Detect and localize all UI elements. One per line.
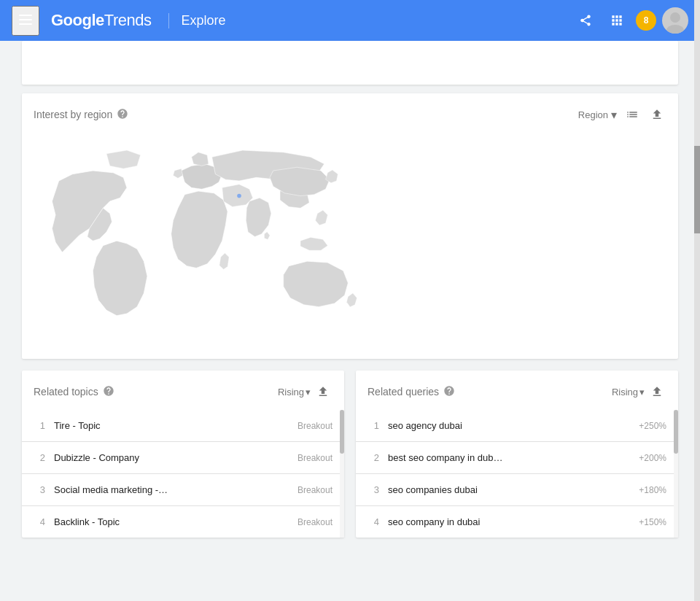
list-rank: 4 — [368, 516, 379, 527]
list-rank: 1 — [34, 420, 45, 431]
world-map — [34, 140, 384, 344]
list-label: Tire - Topic — [54, 420, 289, 431]
list-badge: Breakout — [298, 421, 332, 431]
list-item[interactable]: 4 seo company in dubai +150% — [356, 505, 678, 538]
top-card — [22, 41, 678, 85]
list-label: Social media marketing -… — [54, 484, 289, 495]
list-item[interactable]: 1 Tire - Topic Breakout — [22, 410, 344, 441]
region-dropdown-arrow-icon: ▾ — [611, 108, 617, 122]
list-label: seo companies dubai — [388, 484, 630, 495]
list-pct: +150% — [639, 517, 666, 527]
list-item[interactable]: 3 Social media marketing -… Breakout — [22, 473, 344, 505]
region-controls: Region ▾ — [578, 105, 666, 124]
region-dropdown[interactable]: Region ▾ — [578, 108, 617, 122]
list-rank: 2 — [34, 452, 45, 463]
list-rank: 4 — [34, 516, 45, 527]
list-item[interactable]: 2 Dubizzle - Company Breakout — [22, 441, 344, 473]
region-title: Interest by region — [34, 109, 112, 120]
list-item[interactable]: 1 seo agency dubai +250% — [356, 410, 678, 441]
queries-export-button[interactable] — [648, 382, 666, 401]
list-rank: 3 — [368, 484, 379, 495]
queries-sort-arrow-icon: ▾ — [639, 387, 645, 398]
topics-list-section: 1 Tire - Topic Breakout 2 Dubizzle - Com… — [22, 410, 344, 538]
list-label: seo agency dubai — [388, 420, 630, 431]
queries-list: 1 seo agency dubai +250% 2 best seo comp… — [356, 410, 678, 538]
list-item[interactable]: 2 best seo company in dub… +200% — [356, 441, 678, 473]
topics-scrollbar-thumb[interactable] — [340, 410, 344, 454]
list-badge: Breakout — [298, 517, 332, 527]
user-avatar[interactable] — [662, 7, 688, 34]
topics-controls: Rising ▾ — [278, 382, 332, 401]
svg-rect-2 — [19, 23, 32, 25]
related-queries-header: Related queries Rising ▾ — [356, 371, 678, 410]
list-pct: +250% — [639, 421, 666, 431]
bottom-row: Related topics Rising ▾ — [22, 371, 678, 552]
list-badge: Breakout — [298, 453, 332, 463]
topics-sort-arrow-icon: ▾ — [306, 387, 311, 398]
related-topics-card: Related topics Rising ▾ — [22, 371, 344, 538]
app-logo: GoogleTrends — [51, 11, 151, 30]
queries-help-icon[interactable] — [443, 385, 455, 399]
explore-label: Explore — [168, 13, 225, 28]
list-label: seo company in dubai — [388, 516, 630, 527]
world-map-area — [22, 133, 678, 359]
region-help-icon[interactable] — [117, 108, 128, 122]
svg-rect-0 — [19, 15, 32, 16]
list-badge: Breakout — [298, 485, 332, 495]
list-item[interactable]: 3 seo companies dubai +180% — [356, 473, 678, 505]
list-label: best seo company in dub… — [388, 452, 630, 463]
app-header: GoogleTrends Explore 8 — [0, 0, 700, 41]
related-queries-card: Related queries Rising ▾ — [356, 371, 678, 538]
main-content: Interest by region Region ▾ — [0, 41, 700, 552]
list-label: Dubizzle - Company — [54, 452, 289, 463]
related-topics-title: Related topics — [34, 386, 98, 398]
list-rank: 1 — [368, 420, 379, 431]
page-scrollbar-thumb[interactable] — [694, 146, 700, 233]
list-view-button[interactable] — [623, 105, 642, 124]
logo-google: Google — [51, 11, 104, 29]
related-queries-title: Related queries — [368, 386, 439, 398]
related-topics-header: Related topics Rising ▾ — [22, 371, 344, 410]
svg-point-5 — [237, 194, 241, 198]
list-pct: +180% — [639, 485, 666, 495]
queries-sort-label: Rising — [612, 387, 638, 398]
queries-controls: Rising ▾ — [612, 382, 666, 401]
topics-help-icon[interactable] — [103, 385, 114, 399]
topics-sort-dropdown[interactable]: Rising ▾ — [278, 387, 311, 398]
topics-sort-label: Rising — [278, 387, 304, 398]
interest-by-region-card: Interest by region Region ▾ — [22, 93, 678, 359]
apps-button[interactable] — [604, 7, 630, 34]
queries-sort-dropdown[interactable]: Rising ▾ — [612, 387, 645, 398]
svg-point-4 — [666, 25, 684, 34]
notification-badge[interactable]: 8 — [636, 10, 656, 31]
queries-scrollbar-track[interactable] — [674, 410, 678, 538]
header-actions: 8 — [573, 7, 688, 34]
region-card-header: Interest by region Region ▾ — [22, 93, 678, 133]
region-dropdown-label: Region — [578, 109, 608, 120]
share-button[interactable] — [573, 8, 598, 33]
topics-export-button[interactable] — [314, 382, 332, 401]
topics-scrollbar-track[interactable] — [340, 410, 344, 538]
list-label: Backlink - Topic — [54, 516, 289, 527]
export-region-button[interactable] — [648, 105, 666, 124]
logo-trends: Trends — [104, 11, 152, 29]
queries-scrollbar-thumb[interactable] — [674, 410, 678, 454]
page-scrollbar-track[interactable] — [694, 0, 700, 552]
list-rank: 2 — [368, 452, 379, 463]
topics-list: 1 Tire - Topic Breakout 2 Dubizzle - Com… — [22, 410, 344, 538]
menu-icon[interactable] — [12, 6, 39, 36]
svg-rect-1 — [19, 19, 32, 20]
list-rank: 3 — [34, 484, 45, 495]
queries-list-section: 1 seo agency dubai +250% 2 best seo comp… — [356, 410, 678, 538]
svg-point-3 — [670, 12, 680, 23]
list-item[interactable]: 4 Backlink - Topic Breakout — [22, 505, 344, 538]
list-pct: +200% — [639, 453, 666, 463]
